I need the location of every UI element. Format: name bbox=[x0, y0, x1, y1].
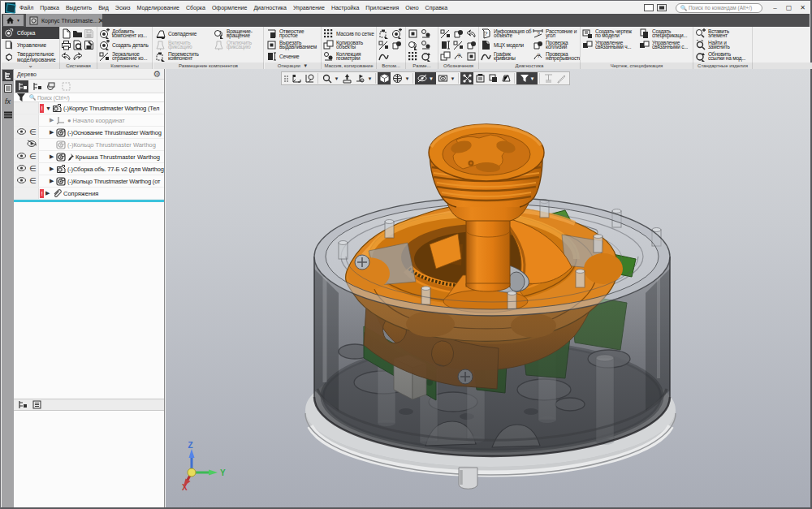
svg-text:?: ? bbox=[537, 31, 540, 37]
svg-text:X: X bbox=[182, 483, 188, 492]
svg-text:Y: Y bbox=[220, 468, 226, 477]
svg-text:Z: Z bbox=[188, 441, 193, 450]
svg-text:?: ? bbox=[457, 52, 461, 59]
